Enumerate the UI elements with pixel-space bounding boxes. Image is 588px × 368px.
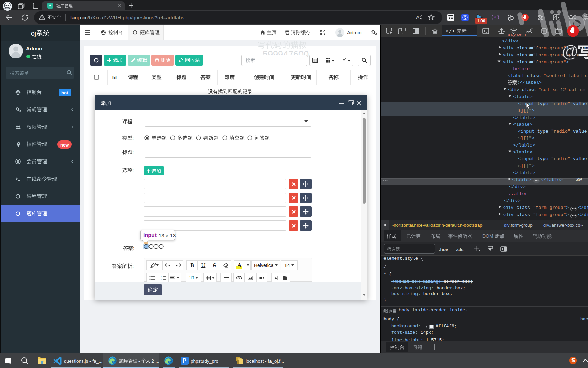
svg-text:P: P — [183, 358, 186, 364]
svg-text:1: 1 — [161, 276, 162, 278]
svg-text:@: @ — [561, 42, 579, 61]
svg-text:1.00: 1.00 — [477, 19, 485, 24]
svg-text:A: A — [416, 15, 420, 20]
svg-text:2: 2 — [161, 278, 162, 280]
